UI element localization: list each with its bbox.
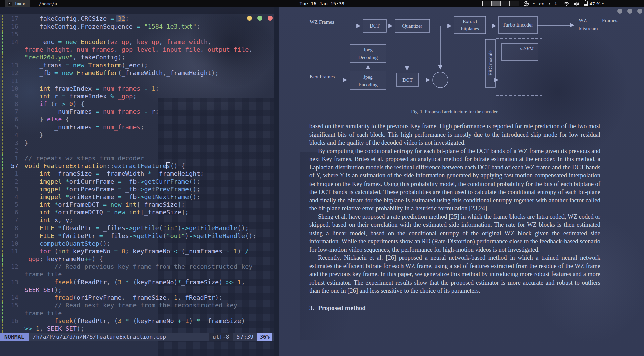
code-line[interactable]: 57void FeatureExtraction::extractFeature… (0, 162, 274, 170)
code-line[interactable]: 10 int frameIndex = num_frames - 1; (0, 85, 274, 92)
svg-text:Extract: Extract (463, 19, 477, 24)
workspace-box[interactable] (483, 1, 492, 6)
battery-indicator[interactable]: 47 % ▾ (584, 1, 604, 6)
wifi-icon[interactable] (563, 1, 569, 6)
code-line[interactable]: 7 int x, y; (0, 216, 274, 224)
paper-body: based on their similarity to the previou… (309, 122, 600, 312)
vim-statusline: NORMAL /h/a/P/u/i/d/n/N/S/featureExtract… (0, 333, 274, 341)
night-light-icon[interactable]: ☾ (554, 0, 560, 7)
code-line[interactable]: 8 if (r > 0) { (0, 100, 274, 108)
window-button[interactable] (627, 9, 632, 14)
code-line[interactable]: 4 imgpel *oriNextFrame = _fb->getNextFra… (0, 193, 274, 201)
app-indicator-tmux[interactable]: tmux (5, 0, 30, 7)
code-line[interactable]: 3} (0, 139, 274, 147)
line-number: 57 (0, 162, 18, 170)
code-line[interactable]: 12 _fb = new FrameBuffer(_frameWidth,_fr… (0, 69, 274, 77)
file-path: /h/a/P/u/i/d/n/N/S/featureExtraction.cpp (33, 334, 166, 340)
code-line[interactable]: 8 FILE *fReadPtr = _files->getFile("in")… (0, 224, 274, 232)
volume-icon[interactable] (574, 1, 579, 6)
code-line[interactable]: 9 FILE *fWritePtr = _files->getFile("out… (0, 232, 274, 240)
code-line[interactable]: >> 1, SEEK_SET); (0, 325, 274, 333)
code-line[interactable]: 5 _numFrames = num_frames; (0, 123, 274, 131)
code-line[interactable]: 13 fseek(fReadPtr, (3 * (keyFrameNo)*_fr… (0, 278, 274, 286)
code-line[interactable]: 15 (0, 30, 274, 38)
workspace-switcher[interactable] (482, 1, 519, 6)
line-number (0, 286, 18, 294)
code-line[interactable]: 7 _numFrames = num_frames - r; (0, 108, 274, 115)
system-tray: ▾ en ▾ ☾ 47 % ▾ (482, 0, 604, 7)
code-line[interactable]: 3 imgpel *oriPrevFrame = _fb->getPrevFra… (0, 185, 274, 193)
paragraph: Recently, Nickaein et al. [26] proposed … (309, 254, 600, 295)
section-heading: 3.Proposed method (309, 304, 600, 312)
workspace-box[interactable] (510, 1, 519, 6)
line-number: 15 (0, 30, 18, 38)
code-line[interactable]: 9 int r = frameIndex % _gop; (0, 92, 274, 100)
accessibility-icon[interactable] (523, 1, 529, 7)
line-number: 8 (0, 224, 18, 232)
line-number: 3 (0, 185, 18, 193)
line-number (0, 53, 18, 61)
code-line[interactable]: 11 (0, 77, 274, 85)
line-number: 9 (0, 92, 18, 100)
workspace-box[interactable] (501, 1, 510, 6)
code-line[interactable]: SEEK_SET); (0, 286, 274, 294)
line-number: 1 (0, 154, 18, 162)
code-line[interactable]: 12 // Read previous key frame from the r… (0, 263, 274, 270)
code-line[interactable]: "recH264.yuv", fakeConfig); (0, 53, 274, 61)
code-line[interactable]: 2 (0, 147, 274, 154)
code-line[interactable]: 16 fakeConfig.FrozenSequence = "1584_1e3… (0, 22, 274, 30)
code-line[interactable]: 14 fread(oriPrevFrame, _frameSize, 1, fR… (0, 294, 274, 301)
top-bar: tmux /home/a… Tue 16 Jan 15:39 ▾ en ▾ ☾ … (0, 0, 644, 7)
workspace-box[interactable] (492, 1, 501, 6)
line-number: 4 (0, 193, 18, 201)
label-wz-frames: WZ Frames (310, 19, 334, 25)
line-number: 16 (0, 317, 18, 325)
battery-percent: 47 % (589, 1, 600, 6)
chevron-down-icon: ▾ (549, 2, 550, 5)
code-editor[interactable]: 17 fakeConfig.CRCSize = 32;16 fakeConfig… (0, 15, 274, 333)
code-line[interactable]: 15 // Read next key frame from the recon… (0, 301, 274, 309)
file-encoding: utf-8 (209, 333, 233, 341)
keyboard-layout[interactable]: en (539, 1, 544, 6)
code-line[interactable]: 6 int *oriFrameDCTQ = new int[_frameSize… (0, 208, 274, 216)
code-line[interactable]: 10 computeQuantStep(); (0, 240, 274, 247)
code-line[interactable]: frame file (0, 270, 274, 278)
code-line[interactable]: frame file (0, 309, 274, 317)
line-number: 6 (0, 208, 18, 216)
code-line[interactable]: 4 } (0, 131, 274, 139)
code-line[interactable]: 13 _trans = new Transform(_enc); (0, 61, 274, 69)
line-number: 16 (0, 22, 18, 30)
code-line[interactable]: 1 int _frameSize = _frameWidth * _frameH… (0, 170, 274, 177)
line-number: 9 (0, 232, 18, 240)
svg-text:Jpeg: Jpeg (363, 74, 373, 80)
svg-text:−: − (439, 77, 442, 83)
svg-text:ERC module: ERC module (488, 50, 493, 75)
line-number: 14 (0, 38, 18, 46)
window-button[interactable] (637, 9, 642, 14)
line-number: 4 (0, 131, 18, 139)
line-number: 13 (0, 61, 18, 69)
line-number: 11 (0, 247, 18, 255)
label-wz-bitstream: WZ (579, 17, 587, 23)
code-line[interactable]: _gop; keyFrameNo++) { (0, 255, 274, 263)
svg-text:Encoding: Encoding (358, 82, 378, 87)
inactive-window-controls (617, 9, 642, 14)
paragraph: By computing the conditional entropy for… (309, 147, 600, 213)
line-number: 11 (0, 77, 18, 85)
line-number: 3 (0, 139, 18, 147)
window-button[interactable] (617, 9, 622, 14)
code-line[interactable]: 6 } else { (0, 115, 274, 123)
code-line[interactable]: 17 fakeConfig.CRCSize = 32; (0, 15, 274, 22)
code-line[interactable]: 1// repeats wz steps from decoder (0, 154, 274, 162)
svg-text:bitplanes: bitplanes (461, 26, 479, 31)
terminal-titlebar (0, 7, 274, 14)
code-line[interactable]: 2 imgpel *oriCurrFrame = _fb->getCurrFra… (0, 177, 274, 185)
line-number (0, 46, 18, 53)
code-line[interactable]: 14 _enc = new Encoder(wz_qp, key_qp, fra… (0, 38, 274, 46)
code-line[interactable]: frame_height, num_frames, gop_level, inp… (0, 46, 274, 53)
code-line[interactable]: 11 for (int keyFrameNo = 0; keyFrameNo <… (0, 247, 274, 255)
line-number: 15 (0, 301, 18, 309)
pdf-viewer-pane: WZ Frames Key Frames DCT Quantizer Extra… (279, 7, 644, 356)
code-line[interactable]: 5 int *oriFrameDCT = new int[_frameSize]… (0, 201, 274, 208)
code-line[interactable]: 16 fseek(fReadPtr, (3 * (keyFrameNo + 1)… (0, 317, 274, 325)
